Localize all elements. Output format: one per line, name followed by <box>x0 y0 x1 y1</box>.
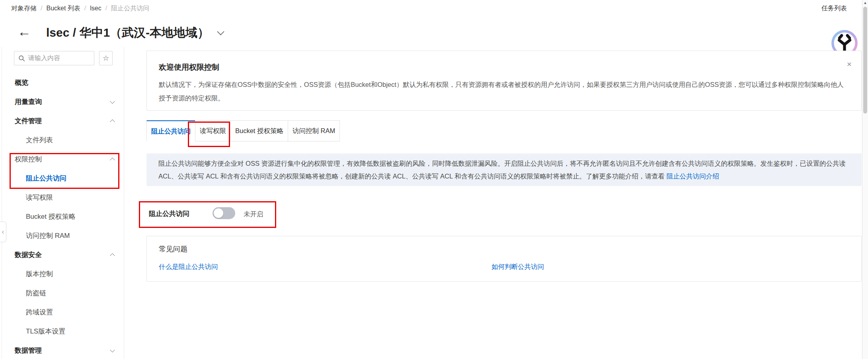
sidebar-item-usage-query[interactable]: 用量查询 <box>2 92 124 112</box>
sidebar-item-hotlink-protection[interactable]: 防盗链 <box>2 284 124 303</box>
page-title: lsec / 华中1（武汉-本地地域） <box>46 25 223 41</box>
chevron-up-icon <box>110 119 115 124</box>
sidebar-item-data-management[interactable]: 数据管理 <box>2 341 124 359</box>
toggle-state-label: 未开启 <box>244 210 263 219</box>
sidebar-item-block-public-access[interactable]: 阻止公共访问 <box>2 169 124 188</box>
oss-console-page: 对象存储/Bucket 列表/lsec/阻止公共访问 任务列表 ← lsec /… <box>0 0 868 359</box>
task-list-button[interactable]: 任务列表 <box>821 4 847 13</box>
chevron-down-icon <box>110 99 115 104</box>
sidebar-item-read-write-permission[interactable]: 读写权限 <box>2 188 124 207</box>
breadcrumb: 对象存储/Bucket 列表/lsec/阻止公共访问 <box>11 4 149 13</box>
sidebar-search[interactable] <box>14 51 94 65</box>
chevron-up-icon <box>110 253 115 258</box>
breadcrumb-bucket-list[interactable]: Bucket 列表 <box>46 5 80 12</box>
scrollbar: ▲ <box>862 0 868 359</box>
breadcrumb-separator: / <box>105 5 107 12</box>
breadcrumb-bucket-name[interactable]: lsec <box>90 5 101 12</box>
faq-card: 常见问题 什么是阻止公共访问 如何判断公共访问 <box>146 236 862 282</box>
sidebar-item-cors-settings[interactable]: 跨域设置 <box>2 303 124 322</box>
tab-ram-access-control[interactable]: 访问控制 RAM <box>288 120 340 141</box>
block-public-access-label: 阻止公共访问 <box>149 209 189 218</box>
breadcrumb-object-storage[interactable]: 对象存储 <box>11 5 37 12</box>
chevron-down-icon <box>110 347 115 353</box>
sidebar-item-file-list[interactable]: 文件列表 <box>2 131 124 150</box>
faq-link-how-to-judge-public-access[interactable]: 如何判断公共访问 <box>492 263 544 271</box>
welcome-banner: 欢迎使用权限控制 默认情况下，为保证存储在OSS中数据的安全性，OSS资源（包括… <box>146 51 862 111</box>
welcome-banner-title: 欢迎使用权限控制 <box>159 62 849 73</box>
favorite-star-button[interactable]: ☆ <box>99 51 113 65</box>
block-public-access-toggle[interactable] <box>213 207 235 219</box>
breadcrumb-bar: 对象存储/Bucket 列表/lsec/阻止公共访问 任务列表 <box>0 0 862 18</box>
tab-read-write-permission[interactable]: 读写权限 <box>195 120 231 141</box>
chevron-down-icon[interactable] <box>217 28 224 35</box>
faq-link-what-is-block-public-access[interactable]: 什么是阻止公共访问 <box>159 263 218 271</box>
close-icon[interactable]: × <box>847 60 852 68</box>
toggle-knob <box>214 208 223 218</box>
sidebar-item-versioning[interactable]: 版本控制 <box>2 265 124 284</box>
sidebar-item-bucket-policy[interactable]: Bucket 授权策略 <box>2 207 124 226</box>
breadcrumb-current: 阻止公共访问 <box>111 5 149 12</box>
sidebar: ☆ 概览 用量查询 文件管理 文件列表 权限控制 阻止公共访问 读写权限 Buc… <box>2 47 124 359</box>
collapse-chevron-icon: ‹ <box>2 228 4 235</box>
sidebar-item-data-security[interactable]: 数据安全 <box>2 245 124 265</box>
sidebar-search-input[interactable] <box>28 55 88 62</box>
sidebar-menu: 概览 用量查询 文件管理 文件列表 权限控制 阻止公共访问 读写权限 Bucke… <box>2 73 124 359</box>
breadcrumb-separator: / <box>84 5 86 12</box>
sidebar-item-file-management[interactable]: 文件管理 <box>2 112 124 131</box>
welcome-banner-description: 默认情况下，为保证存储在OSS中数据的安全性，OSS资源（包括Bucket和Ob… <box>159 78 849 105</box>
tab-bucket-policy[interactable]: Bucket 授权策略 <box>230 120 288 141</box>
search-icon <box>18 55 25 62</box>
chevron-up-icon <box>110 157 115 163</box>
faq-title: 常见问题 <box>159 244 187 254</box>
page-title-text: lsec / 华中1（武汉-本地地域） <box>46 26 209 39</box>
star-icon: ☆ <box>103 54 109 62</box>
back-arrow-icon[interactable]: ← <box>18 25 31 38</box>
breadcrumb-separator: / <box>41 5 42 12</box>
feature-intro-link[interactable]: 阻止公共访问介绍 <box>667 173 719 180</box>
scrollbar-up-arrow[interactable]: ▲ <box>862 1 868 5</box>
scrollbar-thumb[interactable] <box>863 7 867 114</box>
tab-block-public-access[interactable]: 阻止公共访问 <box>146 120 195 141</box>
sidebar-item-overview[interactable]: 概览 <box>2 73 124 92</box>
permission-tabs: 阻止公共访问 读写权限 Bucket 授权策略 访问控制 RAM <box>146 120 340 141</box>
sidebar-item-ram-access-control[interactable]: 访问控制 RAM <box>2 226 124 245</box>
feature-info-box: 阻止公共访问能够方便企业对 OSS 资源进行集中化的权限管理，有效降低数据被盗刷… <box>146 153 862 186</box>
sidebar-collapse-handle[interactable]: ‹ <box>0 222 6 242</box>
sidebar-item-tls-version[interactable]: TLS版本设置 <box>2 322 124 341</box>
feature-info-text: 阻止公共访问能够方便企业对 OSS 资源进行集中化的权限管理，有效降低数据被盗刷… <box>158 160 846 180</box>
sidebar-item-permission-control[interactable]: 权限控制 <box>2 150 124 169</box>
